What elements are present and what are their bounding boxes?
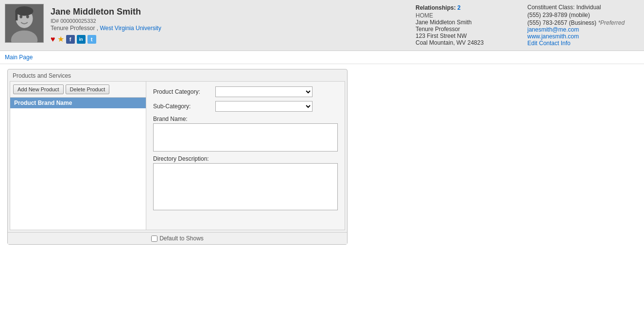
preferred-badge: *Preferred [598, 19, 625, 26]
rel-contact-role: Tenure Professor [416, 26, 513, 33]
panel-right-column: Product Category: Sub-Category: Brand Na… [146, 82, 345, 230]
heart-icon[interactable]: ♥ [51, 35, 55, 44]
panel-title: Products and Services [8, 69, 347, 81]
main-content: Products and Services Add New Product De… [0, 64, 644, 250]
products-services-panel: Products and Services Add New Product De… [7, 69, 348, 245]
navigation-bar: Main Page [0, 51, 644, 64]
product-category-row: Product Category: [153, 86, 338, 97]
default-to-shows-text: Default to Shows [159, 235, 204, 242]
contact-title: Tenure Professor , West Virginia Univers… [51, 25, 406, 32]
relationships-count-link[interactable]: 2 [457, 4, 461, 11]
brand-name-area: Brand Name: [153, 116, 338, 152]
directory-description-label: Directory Description: [153, 155, 338, 162]
address-type: HOME [416, 12, 513, 19]
social-icons-row: ♥ ★ f in t [51, 34, 406, 44]
product-list-body [10, 108, 146, 230]
phone-mobile: (555) 239-8789 (mobile) [527, 12, 634, 18]
brand-name-textarea[interactable] [153, 123, 338, 152]
university-link[interactable]: West Virginia University [100, 25, 161, 32]
relationships-section: Relationships: 2 HOME Jane Middleton Smi… [411, 4, 518, 47]
product-category-select[interactable] [215, 86, 313, 97]
panel-footer: Default to Shows [8, 232, 347, 244]
brand-name-label: Brand Name: [153, 116, 338, 122]
panel-buttons-row: Add New Product Delete Product [10, 82, 146, 98]
add-new-product-button[interactable]: Add New Product [13, 84, 64, 94]
sub-category-select[interactable] [215, 101, 313, 112]
svg-rect-6 [15, 11, 17, 21]
header-info: Jane Middleton Smith ID# 000000025332 Te… [49, 4, 406, 47]
product-list-header: Product Brand Name [10, 98, 146, 108]
main-page-link[interactable]: Main Page [5, 54, 33, 61]
svg-point-5 [15, 6, 33, 16]
star-icon[interactable]: ★ [57, 34, 64, 44]
edit-contact-row: Edit Contact Info [527, 40, 634, 47]
title-prefix: Tenure Professor , [51, 25, 100, 32]
product-category-label: Product Category: [153, 88, 211, 95]
rel-addr1: 123 First Street NW [416, 33, 513, 39]
email-row: janesmith@me.com [527, 26, 634, 33]
relationships-title: Relationships: 2 [416, 4, 513, 11]
sub-category-row: Sub-Category: [153, 101, 338, 112]
default-to-shows-checkbox[interactable] [151, 236, 157, 242]
avatar [5, 4, 44, 43]
directory-description-area: Directory Description: [153, 155, 338, 210]
page-header: Jane Middleton Smith ID# 000000025332 Te… [0, 0, 644, 51]
panel-body: Add New Product Delete Product Product B… [10, 81, 345, 230]
twitter-icon[interactable]: t [87, 35, 96, 44]
rel-contact-name: Jane Middleton Smith [416, 19, 513, 26]
sub-category-label: Sub-Category: [153, 103, 211, 110]
directory-description-textarea[interactable] [153, 163, 338, 210]
website-link[interactable]: www.janesmith.com [527, 33, 579, 40]
contact-name: Jane Middleton Smith [51, 7, 406, 17]
rel-addr2: Coal Mountain, WV 24823 [416, 39, 513, 46]
contact-info-section: Constituent Class: Individual (555) 239-… [522, 4, 639, 47]
contact-id: ID# 000000025332 [51, 18, 406, 24]
website-row: www.janesmith.com [527, 33, 634, 40]
default-to-shows-label[interactable]: Default to Shows [151, 235, 204, 242]
constituent-class: Constituent Class: Individual [527, 4, 634, 11]
facebook-icon[interactable]: f [66, 35, 75, 44]
linkedin-icon[interactable]: in [77, 35, 86, 44]
panel-left-column: Add New Product Delete Product Product B… [10, 82, 146, 230]
delete-product-button[interactable]: Delete Product [66, 84, 110, 94]
edit-contact-link[interactable]: Edit Contact Info [527, 40, 571, 47]
email-link[interactable]: janesmith@me.com [527, 26, 579, 33]
phone-business: (555) 783-2657 (Business) *Preferred [527, 19, 634, 26]
